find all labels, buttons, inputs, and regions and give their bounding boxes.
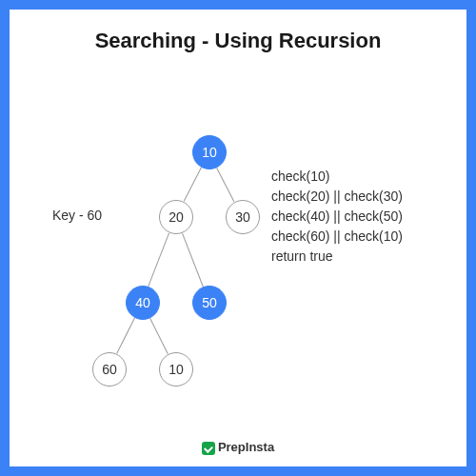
tree-node: 10 bbox=[159, 352, 193, 387]
tree-node: 40 bbox=[126, 286, 160, 320]
footer-brand: PrepInsta bbox=[10, 440, 466, 455]
code-line: check(60) || check(10) bbox=[271, 227, 403, 247]
diagram-container: Searching - Using Recursion Key - 60 che… bbox=[10, 10, 466, 466]
code-line: check(40) || check(50) bbox=[271, 207, 403, 227]
page-title: Searching - Using Recursion bbox=[10, 10, 466, 53]
tree-node: 50 bbox=[192, 286, 227, 320]
tree-diagram: Key - 60 check(10) check(20) || check(30… bbox=[10, 114, 466, 428]
tree-node: 30 bbox=[226, 200, 260, 234]
tree-edge bbox=[183, 168, 201, 202]
tree-edge bbox=[149, 232, 170, 287]
key-label: Key - 60 bbox=[52, 208, 102, 223]
tree-edge bbox=[116, 318, 135, 354]
tree-edge bbox=[182, 233, 204, 288]
code-line: check(20) || check(30) bbox=[271, 187, 403, 207]
code-line: return true bbox=[271, 247, 403, 267]
tree-node: 10 bbox=[192, 135, 227, 169]
code-block: check(10) check(20) || check(30) check(4… bbox=[271, 167, 403, 267]
tree-edge bbox=[216, 168, 234, 202]
brand-check-icon bbox=[202, 442, 215, 455]
tree-edge bbox=[149, 318, 169, 354]
tree-node: 60 bbox=[92, 352, 127, 387]
code-line: check(10) bbox=[271, 167, 403, 187]
tree-node: 20 bbox=[159, 200, 193, 234]
footer-label: PrepInsta bbox=[218, 440, 274, 454]
